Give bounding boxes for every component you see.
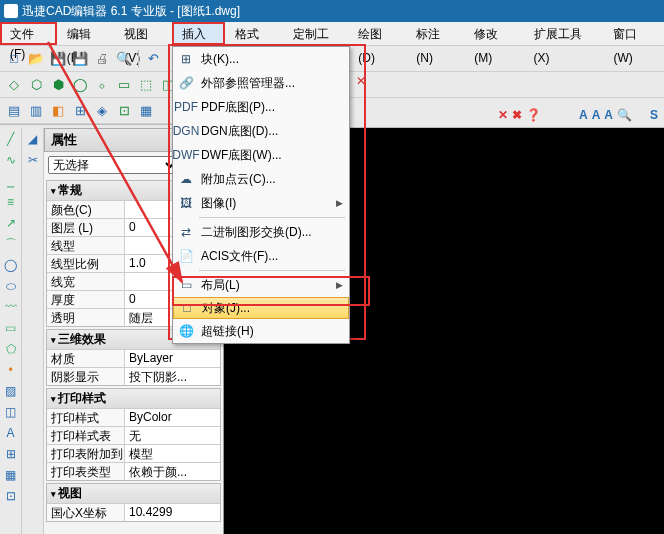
property-value[interactable]: ByColor bbox=[125, 409, 220, 426]
close-x2-icon[interactable]: ✖ bbox=[512, 108, 522, 122]
selection-filter[interactable]: 无选择 bbox=[48, 156, 179, 174]
shape4-icon[interactable]: ◯ bbox=[70, 75, 90, 95]
menu-ext[interactable]: 扩展工具(X) bbox=[524, 22, 604, 45]
find-icon[interactable]: 🔍 bbox=[617, 108, 632, 122]
text-a3-icon[interactable]: A bbox=[604, 108, 613, 122]
insert-menu-item[interactable]: □对象(J)... bbox=[173, 297, 349, 319]
ray-icon[interactable]: ↗ bbox=[1, 213, 21, 233]
table-icon[interactable]: ▦ bbox=[1, 465, 21, 485]
line-icon[interactable]: ╱ bbox=[1, 129, 21, 149]
shape2-icon[interactable]: ⬡ bbox=[26, 75, 46, 95]
save-icon[interactable]: 💾 bbox=[48, 49, 68, 69]
point-icon[interactable]: • bbox=[1, 360, 21, 380]
menu-item-label: 块(K)... bbox=[201, 51, 239, 68]
property-group-header[interactable]: 打印样式 bbox=[47, 389, 220, 408]
insert-menu-item[interactable]: ☁附加点云(C)... bbox=[173, 167, 349, 191]
dim-icon[interactable]: ⊡ bbox=[1, 486, 21, 506]
block-icon[interactable]: ⊞ bbox=[1, 444, 21, 464]
insert-menu-item[interactable]: 🔗外部参照管理器... bbox=[173, 71, 349, 95]
seg-icon[interactable]: ⎯ bbox=[1, 171, 21, 191]
tool7-icon[interactable]: ▦ bbox=[136, 101, 156, 121]
saveas-icon[interactable]: 💾 bbox=[70, 49, 90, 69]
property-value[interactable]: 依赖于颜... bbox=[125, 463, 220, 480]
text-icon[interactable]: A bbox=[1, 423, 21, 443]
insert-menu-item[interactable]: ⇄二进制图形交换(D)... bbox=[173, 220, 349, 244]
property-row[interactable]: 打印样式表无 bbox=[47, 426, 220, 444]
text-a2-icon[interactable]: A bbox=[592, 108, 601, 122]
multi-icon[interactable]: ≡ bbox=[1, 192, 21, 212]
menu-customtools[interactable]: 定制工具 bbox=[283, 22, 348, 45]
menu-item-label: 对象(J)... bbox=[202, 300, 250, 317]
arc-icon[interactable]: ⌒ bbox=[1, 234, 21, 254]
polyline-icon[interactable]: ∿ bbox=[1, 150, 21, 170]
menu-edit[interactable]: 编辑(E) bbox=[57, 22, 114, 45]
text-a-icon[interactable]: A bbox=[579, 108, 588, 122]
property-key: 打印表类型 bbox=[47, 463, 125, 480]
s-icon[interactable]: S bbox=[650, 108, 658, 122]
menu-item-icon: DWF bbox=[177, 146, 195, 164]
property-value[interactable]: 模型 bbox=[125, 445, 220, 462]
property-key: 图层 (L) bbox=[47, 219, 125, 236]
property-value[interactable]: 无 bbox=[125, 427, 220, 444]
tool1-icon[interactable]: ▤ bbox=[4, 101, 24, 121]
shape3-icon[interactable]: ⬢ bbox=[48, 75, 68, 95]
property-value[interactable]: 10.4299 bbox=[125, 504, 220, 521]
preview-icon[interactable]: 🔍 bbox=[114, 49, 134, 69]
menu-draw[interactable]: 绘图(D) bbox=[348, 22, 406, 45]
menu-annotate[interactable]: 标注(N) bbox=[406, 22, 464, 45]
insert-menu-item[interactable]: DWFDWF底图(W)... bbox=[173, 143, 349, 167]
menu-file[interactable]: 文件(F) bbox=[0, 22, 57, 45]
ellipse-icon[interactable]: ⬭ bbox=[1, 276, 21, 296]
region-icon[interactable]: ◫ bbox=[1, 402, 21, 422]
insert-menu-item[interactable]: ▭布局(L)▶ bbox=[173, 273, 349, 297]
insert-menu-item[interactable]: PDFPDF底图(P)... bbox=[173, 95, 349, 119]
hatch-icon[interactable]: ▨ bbox=[1, 381, 21, 401]
property-row[interactable]: 打印样式ByColor bbox=[47, 408, 220, 426]
property-row[interactable]: 打印表附加到模型 bbox=[47, 444, 220, 462]
shape6-icon[interactable]: ▭ bbox=[114, 75, 134, 95]
insert-menu-item[interactable]: DGNDGN底图(D)... bbox=[173, 119, 349, 143]
x-close-icon[interactable]: ✕ bbox=[356, 74, 366, 88]
menu-insert[interactable]: 插入(I) bbox=[172, 22, 225, 45]
menu-item-icon: PDF bbox=[177, 98, 195, 116]
insert-menu-item[interactable]: 🌐超链接(H) bbox=[173, 319, 349, 343]
property-row[interactable]: 国心X坐标10.4299 bbox=[47, 503, 220, 521]
open-icon[interactable]: 📂 bbox=[26, 49, 46, 69]
property-value[interactable]: ByLayer bbox=[125, 350, 220, 367]
menu-view[interactable]: 视图(V) bbox=[114, 22, 171, 45]
rect-icon[interactable]: ▭ bbox=[1, 318, 21, 338]
circle-icon[interactable]: ◯ bbox=[1, 255, 21, 275]
property-row[interactable]: 打印表类型依赖于颜... bbox=[47, 462, 220, 480]
property-value[interactable]: 投下阴影... bbox=[125, 368, 220, 385]
insert-menu-item[interactable]: 🖼图像(I)▶ bbox=[173, 191, 349, 215]
modify2-icon[interactable]: ✂ bbox=[23, 150, 43, 170]
menu-item-icon: □ bbox=[178, 299, 196, 317]
menu-window[interactable]: 窗口(W) bbox=[603, 22, 664, 45]
menu-modify[interactable]: 修改(M) bbox=[464, 22, 523, 45]
tool5-icon[interactable]: ◈ bbox=[92, 101, 112, 121]
shape7-icon[interactable]: ⬚ bbox=[136, 75, 156, 95]
submenu-arrow-icon: ▶ bbox=[336, 198, 343, 208]
tool6-icon[interactable]: ⊡ bbox=[114, 101, 134, 121]
shape1-icon[interactable]: ◇ bbox=[4, 75, 24, 95]
menu-item-label: DWF底图(W)... bbox=[201, 147, 282, 164]
property-key: 打印样式表 bbox=[47, 427, 125, 444]
poly-icon[interactable]: ⬠ bbox=[1, 339, 21, 359]
shape5-icon[interactable]: ⬦ bbox=[92, 75, 112, 95]
insert-menu-item[interactable]: ⊞块(K)... bbox=[173, 47, 349, 71]
new-icon[interactable]: □ bbox=[4, 49, 24, 69]
tool2-icon[interactable]: ▥ bbox=[26, 101, 46, 121]
spline-icon[interactable]: 〰 bbox=[1, 297, 21, 317]
close-x1-icon[interactable]: ✕ bbox=[498, 108, 508, 122]
tool4-icon[interactable]: ⊞ bbox=[70, 101, 90, 121]
undo-icon[interactable]: ↶ bbox=[143, 49, 163, 69]
tool3-icon[interactable]: ◧ bbox=[48, 101, 68, 121]
print-icon[interactable]: 🖨 bbox=[92, 49, 112, 69]
help-icon[interactable]: ❓ bbox=[526, 108, 541, 122]
menu-format[interactable]: 格式(O) bbox=[225, 22, 284, 45]
insert-menu-item[interactable]: 📄ACIS文件(F)... bbox=[173, 244, 349, 268]
modify1-icon[interactable]: ◢ bbox=[23, 129, 43, 149]
property-row[interactable]: 阴影显示投下阴影... bbox=[47, 367, 220, 385]
property-row[interactable]: 材质ByLayer bbox=[47, 349, 220, 367]
property-group-header[interactable]: 视图 bbox=[47, 484, 220, 503]
